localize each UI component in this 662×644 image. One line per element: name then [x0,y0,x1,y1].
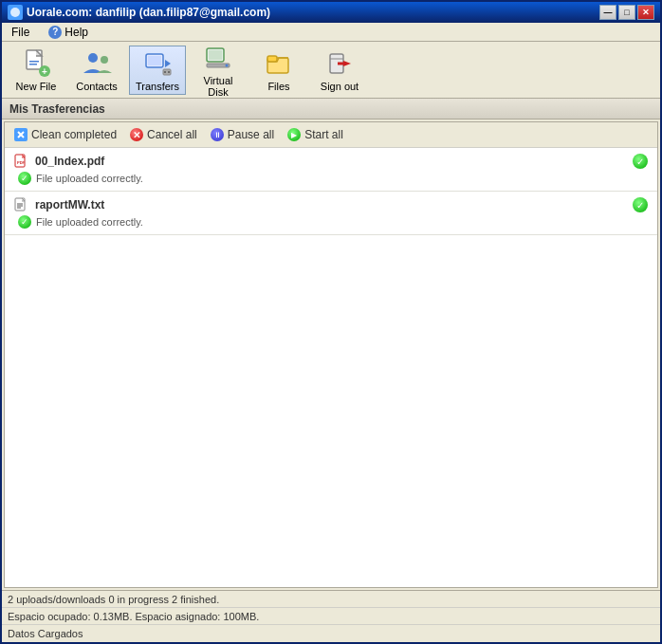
toolbar: + New File Contacts [2,42,660,99]
svg-rect-9 [148,56,161,65]
svg-rect-22 [338,62,343,64]
svg-point-12 [164,71,166,73]
toolbar-contacts[interactable]: Contacts [68,46,125,95]
toolbar-new-file[interactable]: + New File [8,46,64,95]
toolbar-virtual-disk[interactable]: Virtual Disk [190,46,247,95]
transfer-item: PDF 00_Index.pdf ✓ ✓ File uploaded corre… [5,148,657,192]
transfer-status: ✓ File uploaded correctly. [18,215,648,229]
toolbar-sign-out[interactable]: Sign out [311,46,368,95]
svg-rect-2 [29,61,39,63]
svg-point-17 [226,64,229,66]
statusbar-row1: 2 uploads/downloads 0 in progress 2 fini… [2,591,660,608]
clean-icon [14,128,28,141]
transfer-list: PDF 00_Index.pdf ✓ ✓ File uploaded corre… [5,148,657,587]
help-icon: ? [48,26,62,39]
status-check-icon: ✓ [18,172,31,185]
status-ok-icon: ✓ [633,197,648,212]
section-header: Mis Trasferencias [2,99,660,120]
statusbar: 2 uploads/downloads 0 in progress 2 fini… [2,590,660,642]
content-area: Clean completed ✕ Cancel all ⏸ Pause all… [4,121,658,588]
svg-rect-15 [209,50,222,60]
titlebar-left: Uorale.com: danfilip (dan.filip87@gmail.… [8,5,270,20]
svg-text:+: + [42,66,47,77]
toolbar-files[interactable]: Files [250,46,307,95]
sign-out-icon [324,48,355,79]
contacts-icon [82,48,112,79]
start-label: Start all [304,128,343,141]
svg-point-0 [10,8,20,17]
virtual-disk-icon [203,43,233,73]
svg-rect-19 [267,56,277,62]
pause-icon: ⏸ [211,128,224,141]
status-ok-icon: ✓ [633,154,648,169]
menu-help[interactable]: ? Help [43,24,94,41]
svg-rect-3 [29,64,37,65]
pause-all-button[interactable]: ⏸ Pause all [207,126,278,143]
pause-label: Pause all [228,128,274,141]
action-bar: Clean completed ✕ Cancel all ⏸ Pause all… [5,122,657,148]
new-file-icon: + [21,48,51,79]
menubar: File ? Help [2,23,660,42]
status-check-icon: ✓ [18,215,31,229]
transfer-header: raportMW.txt ✓ [14,197,648,212]
close-button[interactable]: ✕ [637,5,654,20]
files-icon [264,48,294,79]
menu-file[interactable]: File [6,24,35,41]
transfer-filename: PDF 00_Index.pdf [14,154,104,169]
toolbar-transfers[interactable]: Transfers [129,46,186,95]
clean-label: Clean completed [31,128,117,141]
svg-marker-10 [165,60,171,67]
window-title: Uorale.com: danfilip (dan.filip87@gmail.… [27,6,270,19]
svg-marker-21 [343,61,351,66]
cancel-label: Cancel all [147,128,197,141]
section-title: Mis Trasferencias [9,102,105,116]
statusbar-row3: Datos Cargados [2,625,660,642]
svg-point-6 [88,53,98,63]
start-icon: ▶ [287,128,301,141]
svg-point-13 [168,71,170,73]
svg-text:PDF: PDF [17,160,26,165]
transfers-icon [142,48,173,79]
statusbar-row2: Espacio ocupado: 0.13MB. Espacio asignad… [2,608,660,625]
transfer-status: ✓ File uploaded correctly. [18,172,648,185]
titlebar: Uorale.com: danfilip (dan.filip87@gmail.… [2,2,660,23]
transfer-item: raportMW.txt ✓ ✓ File uploaded correctly… [5,192,657,235]
maximize-button[interactable]: □ [618,5,635,20]
transfer-filename: raportMW.txt [14,197,104,212]
clean-completed-button[interactable]: Clean completed [10,126,120,143]
txt-icon [14,197,29,212]
app-icon [8,5,23,20]
cancel-icon: ✕ [130,128,143,141]
transfer-header: PDF 00_Index.pdf ✓ [14,154,648,169]
minimize-button[interactable]: — [599,5,616,20]
main-window: Uorale.com: danfilip (dan.filip87@gmail.… [0,0,662,644]
pdf-icon: PDF [14,154,29,169]
start-all-button[interactable]: ▶ Start all [284,126,347,143]
cancel-all-button[interactable]: ✕ Cancel all [126,126,201,143]
svg-point-7 [101,56,108,64]
titlebar-controls: — □ ✕ [599,5,654,20]
